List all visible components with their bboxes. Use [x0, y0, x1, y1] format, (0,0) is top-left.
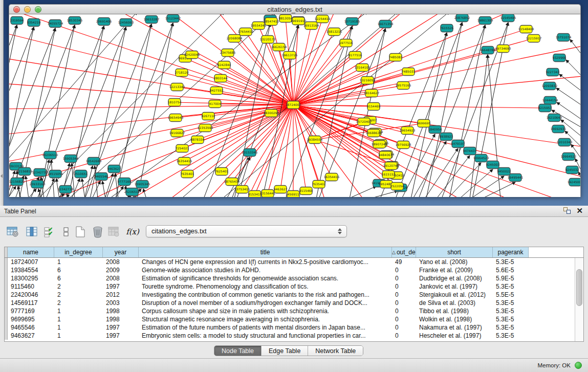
- table-row[interactable]: 946362711997Embryonic stem cells: a mode…: [5, 332, 583, 340]
- yellow-node[interactable]: 1615152: [382, 171, 396, 179]
- cell-year[interactable]: 1997: [103, 282, 139, 291]
- black-edge[interactable]: [437, 156, 470, 197]
- cell-in_degree[interactable]: 6: [54, 274, 103, 282]
- cell-short[interactable]: Franke et al. (2009): [416, 266, 493, 274]
- cell-name[interactable]: 9465546: [8, 323, 54, 332]
- yellow-node[interactable]: 19756928: [396, 141, 411, 149]
- yellow-node[interactable]: 9154469: [367, 103, 381, 111]
- yellow-node[interactable]: 417004: [209, 100, 221, 108]
- teal-node[interactable]: 20876852: [454, 14, 470, 22]
- black-edge[interactable]: [9, 25, 17, 197]
- yellow-node[interactable]: 18300295: [264, 110, 279, 117]
- table-row[interactable]: 911546021997Tourette syndrome. Phenomeno…: [5, 282, 583, 291]
- teal-node[interactable]: 10719185: [344, 18, 360, 26]
- red-edge[interactable]: [232, 105, 293, 182]
- scrollbar-thumb[interactable]: [576, 269, 582, 306]
- cell-in_degree[interactable]: 1: [54, 323, 103, 332]
- cell-title[interactable]: Structural magnetic resonance image aver…: [139, 315, 392, 323]
- import-table-button[interactable]: [106, 224, 122, 239]
- cell-pagerank[interactable]: 5.3E-5: [493, 315, 529, 323]
- cell-out_degree[interactable]: 49: [392, 258, 416, 266]
- cell-pagerank[interactable]: 5.3E-5: [493, 332, 529, 340]
- yellow-node[interactable]: 9699695: [417, 120, 431, 127]
- teal-node[interactable]: 2319594: [10, 17, 24, 25]
- panel-divider[interactable]: [0, 202, 588, 206]
- black-edge[interactable]: [559, 74, 580, 94]
- close-panel-icon[interactable]: ✕: [576, 207, 583, 214]
- cell-pagerank[interactable]: 5.3E-5: [493, 307, 529, 315]
- cell-short[interactable]: Stergiakouli et al. (2012): [416, 291, 493, 299]
- row-selection-mode-button[interactable]: ✔✔: [42, 224, 57, 239]
- red-edge[interactable]: [205, 105, 293, 128]
- yellow-node[interactable]: 9242844: [217, 61, 231, 69]
- cell-out_degree[interactable]: 0: [392, 274, 416, 282]
- delete-column-button[interactable]: [90, 224, 105, 239]
- table-row[interactable]: 969969511998Structural magnetic resonanc…: [5, 315, 583, 323]
- cell-out_degree[interactable]: 0: [392, 332, 416, 340]
- teal-node[interactable]: 12444154: [542, 97, 558, 104]
- column-header-name[interactable]: name: [8, 247, 54, 257]
- teal-node[interactable]: 15751074: [556, 34, 572, 41]
- memory-status-indicator[interactable]: [575, 362, 582, 369]
- yellow-node[interactable]: 2522054: [390, 183, 404, 190]
- column-header-out_degree[interactable]: △out_de...: [392, 247, 416, 257]
- red-edge[interactable]: [293, 105, 306, 191]
- yellow-node[interactable]: 19384554: [307, 136, 323, 144]
- table-settings-button[interactable]: [5, 224, 20, 239]
- teal-node[interactable]: 12156820: [9, 178, 25, 186]
- tab-edge-table[interactable]: Edge Table: [262, 346, 308, 356]
- yellow-node[interactable]: 16913164: [303, 22, 319, 30]
- yellow-node[interactable]: 8267110: [202, 113, 215, 120]
- black-edge[interactable]: [9, 14, 137, 158]
- yellow-node[interactable]: 12215917: [526, 35, 542, 42]
- teal-node[interactable]: 9474437: [463, 147, 477, 155]
- yellow-node[interactable]: 19613726: [282, 52, 298, 59]
- cell-title[interactable]: Estimation of the future numbers of pati…: [139, 323, 392, 332]
- yellow-node[interactable]: 22420046: [184, 51, 200, 59]
- cell-name[interactable]: 18724007: [8, 258, 54, 266]
- yellow-node[interactable]: 8177516: [349, 52, 362, 59]
- table-row[interactable]: 977716911998Corpus callosum shape and si…: [5, 307, 583, 315]
- teal-node[interactable]: 15905345: [135, 181, 150, 188]
- cell-name[interactable]: 9777169: [8, 307, 54, 315]
- cell-year[interactable]: 2008: [103, 274, 139, 282]
- yellow-node[interactable]: 2803144: [214, 75, 228, 82]
- tab-network-table[interactable]: Network Table: [308, 346, 363, 356]
- network-canvas[interactable]: 2319594835421914055724185303452069140612…: [9, 14, 581, 197]
- cell-name[interactable]: 9699695: [8, 315, 54, 323]
- yellow-node[interactable]: 16626154: [271, 43, 287, 51]
- teal-node[interactable]: 1840954: [428, 126, 442, 134]
- cell-name[interactable]: 19384554: [8, 266, 54, 274]
- yellow-node[interactable]: 16354416: [324, 173, 340, 181]
- cell-year[interactable]: 1998: [103, 307, 139, 315]
- cell-year[interactable]: 1998: [103, 315, 139, 323]
- yellow-node[interactable]: 18164627: [364, 90, 380, 97]
- yellow-node[interactable]: 13216053: [360, 77, 376, 84]
- cell-short[interactable]: Yano et al. (2008): [416, 258, 493, 266]
- yellow-node[interactable]: 8878334: [191, 136, 205, 144]
- cell-name[interactable]: 18300295: [8, 274, 54, 282]
- teal-node[interactable]: 9463627: [107, 165, 121, 173]
- teal-node[interactable]: 9245032: [565, 166, 579, 174]
- column-mode-button[interactable]: [58, 224, 74, 239]
- red-edge[interactable]: [177, 87, 293, 105]
- yellow-node[interactable]: 18907249: [372, 141, 387, 148]
- cell-in_degree[interactable]: 2: [54, 291, 103, 299]
- yellow-node[interactable]: 9115460: [299, 187, 313, 195]
- cell-out_degree[interactable]: 0: [392, 266, 416, 274]
- black-edge[interactable]: [471, 176, 504, 197]
- yellow-node[interactable]: 10688639: [366, 129, 382, 137]
- black-edge[interactable]: [370, 191, 398, 197]
- teal-node[interactable]: 7615526: [440, 25, 454, 32]
- collapse-arrow-icon[interactable]: [1, 174, 3, 178]
- create-column-button[interactable]: [73, 224, 88, 239]
- table-row[interactable]: 1872400712008Changes of HCN gene express…: [5, 258, 583, 266]
- yellow-node[interactable]: 19654923: [400, 127, 416, 135]
- column-header-short[interactable]: short: [416, 247, 493, 257]
- red-edge[interactable]: [255, 105, 293, 194]
- cell-in_degree[interactable]: 1: [54, 315, 103, 323]
- teal-node[interactable]: 25206511: [124, 188, 140, 196]
- cell-name[interactable]: 9115460: [8, 282, 54, 291]
- teal-node[interactable]: 12342738: [58, 186, 74, 193]
- black-edge[interactable]: [488, 55, 500, 197]
